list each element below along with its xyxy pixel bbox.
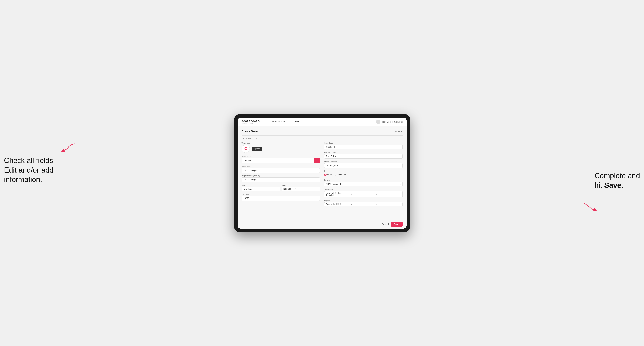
state-clear-icon[interactable]: ✕ xyxy=(295,188,306,190)
assistant-coach-group: Assistant Coach xyxy=(324,151,402,159)
region-label: Region xyxy=(324,199,402,201)
division-select[interactable]: NCAA Division III xyxy=(324,182,402,186)
zip-label: Zip code xyxy=(242,193,320,195)
gender-group: Gender Mens Womens xyxy=(324,170,402,177)
conference-select[interactable]: University Athletic Association ✕ ⌄ xyxy=(324,191,402,197)
region-group: Region Region II - (M) DIII ✕ ⌄ xyxy=(324,199,402,206)
tab-teams[interactable]: TEAMS xyxy=(288,118,302,127)
conference-arrow-icon: ⌄ xyxy=(376,193,401,195)
region-arrow-icon: ⌄ xyxy=(376,203,401,205)
color-swatch[interactable] xyxy=(314,158,320,164)
conference-label: Conference xyxy=(324,188,402,190)
team-name-label: Team name xyxy=(242,166,320,168)
close-icon: ✕ xyxy=(401,130,402,133)
display-name-label: Display name (unique) xyxy=(242,175,320,177)
avatar xyxy=(376,120,380,124)
display-name-input[interactable] xyxy=(242,177,320,182)
nav-bar: SCOREBOARD Powered by clippd TOURNAMENTS… xyxy=(238,118,406,127)
nav-signout[interactable]: Sign out xyxy=(394,121,402,123)
city-label: City xyxy=(242,184,280,186)
state-select[interactable]: New York ✕ ⌄ xyxy=(282,187,320,191)
annotation-right: Complete and hit Save. xyxy=(594,171,640,190)
gender-radio-group: Mens Womens xyxy=(324,173,402,177)
page-header: Create Team Cancel ✕ xyxy=(242,130,402,133)
left-arrow-icon xyxy=(61,142,77,154)
tablet-frame: SCOREBOARD Powered by clippd TOURNAMENTS… xyxy=(234,114,410,232)
color-input-group xyxy=(242,158,320,164)
section-label: TEAM DETAILS xyxy=(242,135,402,140)
team-logo-group: Team logo C Upload xyxy=(242,142,320,153)
nav-logo: SCOREBOARD Powered by clippd xyxy=(242,120,260,124)
annotation-left: Check all fields. Edit and/or add inform… xyxy=(4,156,55,184)
display-name-group: Display name (unique) xyxy=(242,175,320,182)
team-name-input[interactable] xyxy=(242,168,320,173)
assistant-coach-label: Assistant Coach xyxy=(324,151,402,153)
region-clear-icon[interactable]: ✕ xyxy=(350,203,375,205)
division-group: Division NCAA Division III xyxy=(324,179,402,186)
city-state-row: City State New York ✕ ⌄ xyxy=(242,184,320,191)
city-input[interactable] xyxy=(242,187,280,191)
assistant-coach-input[interactable] xyxy=(324,154,402,159)
team-name-group: Team name xyxy=(242,166,320,173)
team-logo-label: Team logo xyxy=(242,142,320,144)
athletic-director-group: Athletic Director xyxy=(324,161,402,168)
head-coach-input[interactable] xyxy=(324,145,402,149)
logo-sub: Powered by clippd xyxy=(242,122,260,124)
form-grid: Team logo C Upload Team colour xyxy=(242,142,402,206)
page-title: Create Team xyxy=(242,130,258,133)
head-coach-group: Head Coach xyxy=(324,142,402,149)
team-colour-group: Team colour xyxy=(242,155,320,164)
save-button[interactable]: Save xyxy=(391,222,402,227)
tab-tournaments[interactable]: TOURNAMENTS xyxy=(264,118,288,127)
logo-area: C Upload xyxy=(242,145,320,153)
athletic-director-label: Athletic Director xyxy=(324,161,402,163)
gender-womens-option[interactable]: Womens xyxy=(335,173,346,176)
nav-user: Test User | xyxy=(382,121,392,123)
zip-input[interactable] xyxy=(242,196,320,201)
cancel-button[interactable]: Cancel xyxy=(382,223,389,225)
form-left: Team logo C Upload Team colour xyxy=(242,142,320,206)
zip-group: Zip code xyxy=(242,193,320,201)
region-select[interactable]: Region II - (M) DIII ✕ ⌄ xyxy=(324,202,402,206)
head-coach-label: Head Coach xyxy=(324,142,402,144)
gender-label: Gender xyxy=(324,170,402,172)
upload-button[interactable]: Upload xyxy=(252,147,262,151)
logo-circle: C xyxy=(242,145,250,153)
cancel-top-button[interactable]: Cancel ✕ xyxy=(393,130,402,133)
form-right: Head Coach Assistant Coach Athletic Dire… xyxy=(324,142,402,206)
page-wrapper: Check all fields. Edit and/or add inform… xyxy=(0,0,644,346)
logo-title: SCOREBOARD xyxy=(242,120,260,122)
main-content: Create Team Cancel ✕ TEAM DETAILS Team l… xyxy=(238,127,406,219)
gender-mens-option[interactable]: Mens xyxy=(324,173,332,176)
nav-tabs: TOURNAMENTS TEAMS xyxy=(264,118,376,127)
division-label: Division xyxy=(324,179,402,181)
athletic-director-input[interactable] xyxy=(324,163,402,168)
state-group: State New York ✕ ⌄ xyxy=(282,184,320,191)
radio-womens-dot xyxy=(335,173,338,176)
tablet-screen: SCOREBOARD Powered by clippd TOURNAMENTS… xyxy=(238,118,406,229)
team-colour-input[interactable] xyxy=(242,158,314,163)
division-select-wrapper: NCAA Division III xyxy=(324,182,402,186)
city-group: City xyxy=(242,184,280,191)
right-arrow-icon xyxy=(581,201,598,213)
conference-clear-icon[interactable]: ✕ xyxy=(350,193,375,195)
radio-mens-dot xyxy=(324,173,326,176)
team-colour-label: Team colour xyxy=(242,155,320,157)
state-label: State xyxy=(282,184,320,186)
conference-group: Conference University Athletic Associati… xyxy=(324,188,402,197)
nav-right: Test User | Sign out xyxy=(376,120,402,124)
form-footer: Cancel Save xyxy=(238,219,406,229)
state-arrow-icon: ⌄ xyxy=(307,188,318,190)
